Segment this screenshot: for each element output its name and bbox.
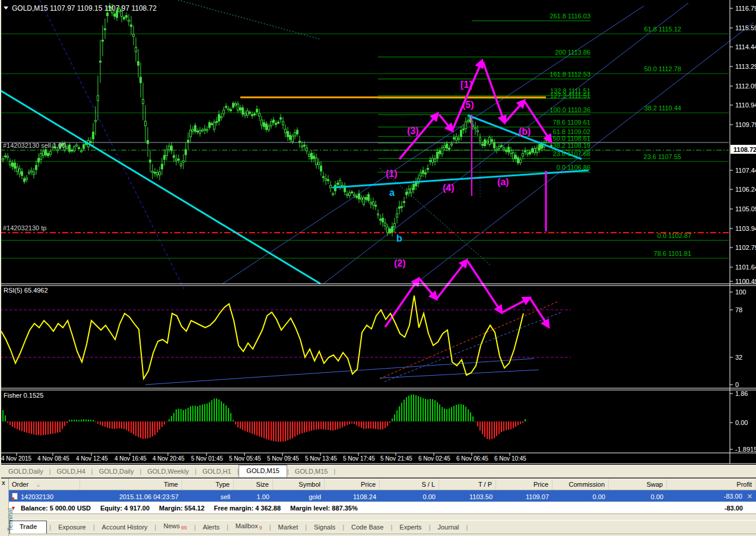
window-bottom-border	[0, 534, 756, 536]
svg-text:1114.44: 1114.44	[735, 43, 756, 50]
svg-text:4 Nov 2015: 4 Nov 2015	[1, 455, 32, 462]
svg-text:23.6 1107.55: 23.6 1107.55	[644, 153, 681, 160]
balance-row: ▼ Balance: 5 000.00 USD Equity: 4 917.00…	[8, 502, 756, 514]
svg-text:(a): (a)	[497, 177, 509, 187]
terminal-tab-signals[interactable]: Signals	[307, 522, 342, 534]
terminal-tab-separator: |	[466, 524, 468, 534]
orders-table-header: Order▵TimeTypeSizeSymbolPriceS / LT / PP…	[8, 478, 756, 490]
svg-text:1.86: 1.86	[735, 390, 748, 397]
svg-text:261.8 1116.03: 261.8 1116.03	[549, 12, 590, 20]
terminal-tab-mailbox[interactable]: Mailbox9	[228, 521, 269, 534]
column-header-sl[interactable]: S / L	[380, 479, 439, 490]
order-cell-3: 1.00	[234, 492, 273, 500]
svg-text:1112.09: 1112.09	[735, 83, 756, 90]
terminal-tab-market[interactable]: Market	[271, 522, 306, 534]
svg-text:(5): (5)	[462, 100, 474, 110]
terminal-tab-code-base[interactable]: Code Base	[344, 522, 390, 534]
terminal-tab-exposure[interactable]: Exposure	[51, 522, 93, 534]
svg-text:78: 78	[735, 306, 742, 313]
column-header-tp[interactable]: T / P	[439, 479, 496, 490]
column-header-commission[interactable]: Commission	[552, 479, 609, 490]
fisher-pane: Fisher 0.1525	[2, 392, 526, 442]
svg-text:78.6 1109.61: 78.6 1109.61	[553, 119, 590, 126]
terminal-tab-news[interactable]: News99	[156, 521, 194, 534]
svg-text:100.0 1110.36: 100.0 1110.36	[549, 106, 590, 113]
svg-text:5 Nov 09:45: 5 Nov 09:45	[267, 455, 299, 462]
terminal-tab-account-history[interactable]: Account History	[95, 522, 155, 534]
time-axis[interactable]: 4 Nov 20154 Nov 08:454 Nov 12:454 Nov 16…	[0, 453, 756, 464]
column-header-price[interactable]: Price	[496, 479, 552, 490]
chart-tab-3[interactable]: GOLD,Weekly	[141, 466, 195, 477]
margin-value: Margin: 554.12	[159, 505, 204, 512]
svg-text:b: b	[396, 233, 402, 243]
terminal-tab-trade[interactable]: Trade	[9, 521, 47, 534]
order-cell-9: 0.00	[552, 492, 609, 500]
chart-tool-lines[interactable]	[0, 90, 589, 284]
chart-tab-5[interactable]: GOLD,M15	[239, 465, 287, 477]
equity-value: Equity: 4 917.00	[100, 505, 150, 512]
svg-text:0.0 1102.87: 0.0 1102.87	[657, 232, 691, 239]
order-row[interactable]: 1420321302015.11.06 04:23:57sell1.00gold…	[8, 490, 756, 502]
balance-value: Balance: 5 000.00 USD	[21, 505, 91, 512]
chart-canvas[interactable]: 261.8 1116.03200 1113.86161.8 1112.53132…	[0, 0, 756, 465]
svg-text:127.2 1111.51: 127.2 1111.51	[550, 92, 590, 99]
order-cell-11: -83.00✕	[667, 491, 756, 500]
column-header-time[interactable]: Time	[80, 479, 182, 490]
svg-text:5 Nov 21:45: 5 Nov 21:45	[380, 455, 412, 462]
svg-text:6 Nov 06:45: 6 Nov 06:45	[456, 455, 488, 462]
terminal-tab-journal[interactable]: Journal	[430, 522, 466, 534]
order-type-icon	[12, 493, 18, 500]
terminal-tab-alerts[interactable]: Alerts	[196, 522, 227, 534]
svg-text:1110.94: 1110.94	[735, 102, 756, 109]
column-header-swap[interactable]: Swap	[609, 479, 667, 490]
tab-badge: 9	[259, 525, 262, 531]
svg-text:38.2 1110.44: 38.2 1110.44	[644, 104, 681, 112]
svg-text:5 Nov 17:45: 5 Nov 17:45	[343, 455, 375, 462]
chart-labels: 261.8 1116.03200 1113.86161.8 1112.53132…	[3, 12, 691, 268]
order-open-price-label: #142032130 sell 1.00	[3, 142, 65, 149]
tab-badge: 99	[181, 525, 187, 531]
order-cell-5: 1108.24	[325, 492, 380, 500]
column-header-price[interactable]: Price	[325, 479, 380, 490]
svg-text:4 Nov 16:45: 4 Nov 16:45	[115, 455, 147, 462]
column-header-profit[interactable]: Profit	[667, 479, 756, 490]
terminal-tab-experts[interactable]: Experts	[392, 522, 428, 534]
symbol-ohlc-readout[interactable]: GOLD,M15 1107.97 1109.15 1107.97 1108.72	[4, 4, 157, 12]
svg-text:1100.49: 1100.49	[735, 278, 756, 285]
svg-text:(3): (3)	[407, 126, 419, 136]
column-header-type[interactable]: Type	[182, 479, 234, 490]
order-cell-8: 1109.07	[496, 492, 552, 500]
chart-tab-6[interactable]: GOLD,M15	[289, 466, 334, 477]
current-price-value: 1108.72	[733, 146, 756, 153]
chart-tab-0[interactable]: GOLD,Daily	[2, 466, 49, 477]
chart-tab-separator: |	[334, 468, 336, 477]
order-cell-2: sell	[182, 492, 234, 500]
terminal-vertical-tab[interactable]: Terminal	[7, 509, 14, 531]
svg-text:[1]: [1]	[460, 80, 472, 90]
terminal-close-button[interactable]: x	[2, 480, 5, 486]
svg-text:200 1113.86: 200 1113.86	[555, 49, 590, 56]
chart-tab-4[interactable]: GOLD,H1	[196, 466, 237, 477]
chart-tab-1[interactable]: GOLD,H4	[51, 466, 91, 477]
column-header-order[interactable]: Order▵	[8, 479, 80, 490]
chart-tabbar: GOLD,Daily|GOLD,H4|GOLD,Daily|GOLD,Weekl…	[0, 465, 756, 478]
svg-text:38.2 1108.19: 38.2 1108.19	[553, 142, 590, 149]
svg-text:6 Nov 10:45: 6 Nov 10:45	[494, 455, 526, 462]
svg-text:1101.64: 1101.64	[735, 264, 756, 271]
order-cell-6: 0.00	[380, 492, 439, 500]
svg-text:5 Nov 05:45: 5 Nov 05:45	[229, 455, 261, 462]
svg-text:4 Nov 08:45: 4 Nov 08:45	[37, 455, 69, 462]
svg-text:1103.94: 1103.94	[735, 225, 756, 232]
svg-text:(b): (b)	[519, 126, 531, 137]
column-header-size[interactable]: Size	[234, 479, 273, 490]
symbol-ohlc-text: GOLD,M15 1107.97 1109.15 1107.97 1108.72	[12, 4, 157, 12]
window-left-border	[0, 0, 1, 478]
svg-text:1107.44: 1107.44	[735, 167, 756, 174]
column-header-symbol[interactable]: Symbol	[273, 479, 325, 490]
margin-level-value: Margin level: 887.35%	[290, 505, 358, 512]
rsi-pane: RSI(5) 65.4962	[0, 287, 571, 385]
close-order-button[interactable]: ✕	[747, 493, 752, 500]
svg-text:161.8 1112.53: 161.8 1112.53	[549, 71, 590, 78]
svg-text:50.0 1108.61: 50.0 1108.61	[553, 135, 590, 142]
chart-tab-2[interactable]: GOLD,Daily	[93, 466, 140, 477]
